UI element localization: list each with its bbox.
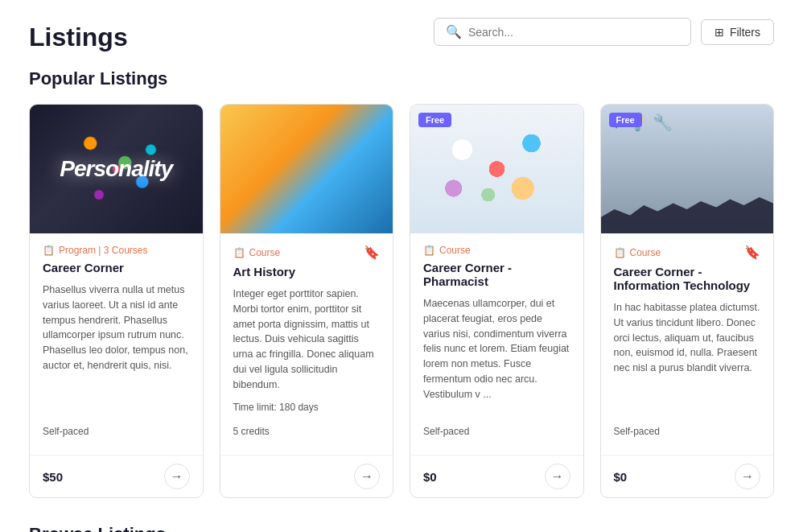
popular-listings-title: Popular Listings bbox=[29, 68, 774, 89]
filters-button[interactable]: ⊞ Filters bbox=[701, 19, 774, 45]
card-meta: Self-paced bbox=[423, 426, 570, 437]
filters-label: Filters bbox=[730, 26, 760, 39]
search-input[interactable] bbox=[468, 26, 679, 39]
card-image bbox=[30, 105, 203, 233]
card-price: $0 bbox=[614, 470, 628, 484]
card-description: In hac habitasse platea dictumst. Ut var… bbox=[614, 300, 761, 416]
card-type: 📋 Course bbox=[614, 247, 661, 258]
bookmark-icon[interactable]: 🔖 bbox=[744, 245, 760, 260]
card-price: $0 bbox=[423, 470, 437, 484]
card-footer: $0 → bbox=[410, 455, 583, 497]
search-icon: 🔍 bbox=[446, 24, 462, 39]
card-arrow-button[interactable]: → bbox=[164, 464, 190, 489]
card-art-history: 📋 Course 🔖 Art History Integer eget port… bbox=[220, 104, 394, 498]
card-footer: $0 → bbox=[601, 455, 774, 497]
search-filter-row: 🔍 ⊞ Filters bbox=[434, 18, 774, 46]
card-arrow-button[interactable]: → bbox=[545, 464, 570, 489]
popular-cards-row: 📋 Program | 3 Courses Career Corner Phas… bbox=[29, 104, 774, 498]
filter-icon: ⊞ bbox=[714, 26, 724, 39]
card-description: Phasellus viverra nulla ut metus varius … bbox=[43, 282, 190, 416]
search-box[interactable]: 🔍 bbox=[434, 18, 691, 46]
card-arrow-button[interactable]: → bbox=[735, 464, 760, 489]
card-description: Maecenas ullamcorper, dui et placerat fe… bbox=[423, 296, 570, 416]
free-badge: Free bbox=[418, 113, 451, 127]
card-title: Career Corner bbox=[43, 261, 190, 274]
card-meta: Time limit: 180 days bbox=[233, 402, 381, 413]
card-credits: 5 credits bbox=[233, 426, 381, 437]
free-badge: Free bbox=[609, 113, 642, 127]
card-footer: $50 → bbox=[30, 455, 203, 497]
card-image bbox=[220, 105, 393, 233]
card-meta: Self-paced bbox=[43, 426, 190, 437]
card-type: 📋 Program | 3 Courses bbox=[43, 245, 148, 256]
browse-listings-title: Browse Listings bbox=[29, 524, 774, 532]
card-type-row: 📋 Program | 3 Courses bbox=[43, 245, 190, 256]
card-type-row: 📋 Course 🔖 bbox=[614, 245, 761, 260]
card-meta: Self-paced bbox=[614, 426, 761, 437]
card-type: 📋 Course bbox=[233, 247, 281, 258]
card-title: Art History bbox=[233, 265, 381, 278]
card-type: 📋 Course bbox=[423, 245, 471, 256]
card-arrow-button[interactable]: → bbox=[354, 464, 380, 489]
course-icon: 📋 bbox=[423, 245, 435, 256]
card-type-row: 📋 Course bbox=[423, 245, 570, 256]
card-career-corner: 📋 Program | 3 Courses Career Corner Phas… bbox=[29, 104, 204, 498]
card-title: Career Corner - Information Technology bbox=[614, 265, 761, 292]
course-icon: 📋 bbox=[614, 247, 626, 258]
card-pharmacist: Free 📋 Course Career Corner - Pharmacist… bbox=[410, 104, 584, 498]
card-type-row: 📋 Course 🔖 bbox=[233, 245, 381, 260]
program-icon: 📋 bbox=[43, 245, 55, 256]
card-it: Free 📋 Course 🔖 Career Corner - Informat… bbox=[600, 104, 775, 498]
card-title: Career Corner - Pharmacist bbox=[423, 261, 570, 288]
course-icon: 📋 bbox=[233, 247, 245, 258]
card-price: $50 bbox=[43, 470, 63, 484]
card-footer: → bbox=[220, 455, 393, 497]
card-description: Integer eget porttitor sapien. Morbi tor… bbox=[233, 287, 381, 392]
bookmark-icon[interactable]: 🔖 bbox=[364, 245, 380, 260]
